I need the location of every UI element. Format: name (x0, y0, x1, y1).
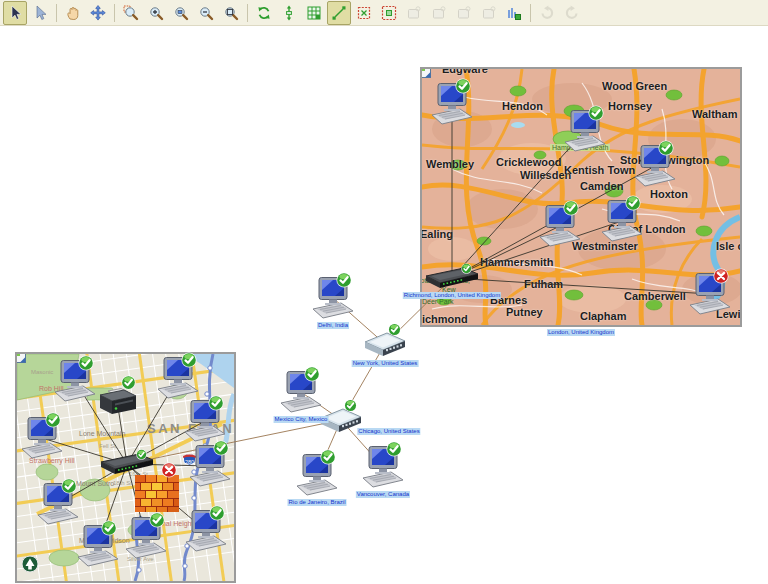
zoom-fit-tool[interactable] (219, 1, 243, 25)
select-tool[interactable] (3, 1, 27, 25)
page-action-1 (402, 1, 426, 25)
page-action-2 (427, 1, 451, 25)
map-place-label: Deer Park (422, 298, 454, 305)
layout-tree-tool[interactable] (277, 1, 301, 25)
computer-node[interactable] (599, 200, 645, 242)
zoom-area-tool[interactable] (119, 1, 143, 25)
toolbar-separator (247, 4, 248, 22)
computer-node[interactable] (310, 277, 356, 319)
redo-button (560, 1, 584, 25)
status-ok-icon (181, 352, 197, 368)
computer-node[interactable] (187, 445, 233, 487)
cursor-icon (7, 5, 23, 21)
computer-node[interactable] (52, 360, 98, 402)
areaout-icon (356, 5, 372, 21)
status-ok-icon (208, 395, 224, 411)
map-place-label: Waltham (692, 109, 737, 120)
map-place-label: Hammersmith (480, 257, 553, 268)
status-ok-icon (304, 366, 320, 382)
tree-icon (281, 5, 297, 21)
status-ok-icon (136, 449, 147, 460)
zoomwin-icon (173, 5, 189, 21)
expand-area-tool[interactable] (352, 1, 376, 25)
node-label: Vancouver, Canada (356, 491, 410, 498)
computer-node[interactable] (687, 273, 733, 315)
move-icon (90, 5, 106, 21)
computer-node[interactable] (123, 517, 169, 559)
computer-node[interactable] (182, 400, 228, 442)
status-error-icon (161, 462, 177, 478)
map-place-label: Camden (580, 181, 623, 192)
shrink-area-tool[interactable] (377, 1, 401, 25)
cursor2-icon (32, 5, 48, 21)
pan-tool[interactable] (61, 1, 85, 25)
node-label: Richmond, London, United Kingdom (403, 292, 501, 299)
map-place-label: Hendon (502, 101, 543, 112)
map-place-label: Richmond (420, 314, 468, 325)
page-icon (456, 5, 472, 21)
hand-icon (65, 5, 81, 21)
status-ok-icon (213, 440, 229, 456)
undo-button (535, 1, 559, 25)
zoomin-icon (148, 5, 164, 21)
computer-node[interactable] (75, 525, 121, 567)
switch-node[interactable] (425, 267, 479, 289)
status-ok-icon (149, 512, 165, 528)
link-tool[interactable] (327, 1, 351, 25)
router-node[interactable] (362, 331, 408, 357)
computer-node[interactable] (294, 454, 340, 496)
computer-node[interactable] (183, 510, 229, 552)
move-tool[interactable] (86, 1, 110, 25)
computer-node[interactable] (632, 145, 678, 187)
multi-select-tool[interactable] (28, 1, 52, 25)
page-icon (481, 5, 497, 21)
map-place-label: Hornsey (608, 101, 652, 112)
computer-node[interactable] (360, 446, 406, 488)
map-node-icon[interactable] (15, 352, 27, 364)
map-place-label: Fell St (99, 443, 116, 449)
map-node-icon[interactable] (420, 67, 432, 79)
status-ok-icon (101, 520, 117, 536)
firewall-node[interactable] (134, 473, 180, 513)
zoom-window-tool[interactable] (169, 1, 193, 25)
printer-node[interactable] (95, 384, 139, 418)
map-place-label: Ealing (420, 229, 453, 240)
map-caption-label[interactable]: London, United Kingdom (547, 329, 615, 336)
zoom-in-tool[interactable] (144, 1, 168, 25)
computer-node[interactable] (155, 357, 201, 399)
undo-icon (539, 5, 555, 21)
map-place-label: Isle of Dogs (716, 241, 742, 252)
status-ok-icon (344, 399, 357, 412)
map-place-label: Cricklewood (496, 157, 561, 168)
refresh-icon (256, 5, 272, 21)
computer-node[interactable] (429, 83, 475, 125)
firewall-icon (134, 473, 180, 513)
relayout-tool[interactable] (252, 1, 276, 25)
status-ok-icon (61, 478, 77, 494)
map-canvas[interactable]: EdgwareHendonWood GreenHornseyWalthamWem… (0, 26, 768, 584)
grid-icon (306, 5, 322, 21)
map-place-label: Hoxton (650, 189, 688, 200)
node-label: Delhi, India (317, 322, 349, 329)
status-error-icon (713, 268, 729, 284)
map-place-label: Edgware (442, 67, 488, 75)
page-action-4 (477, 1, 501, 25)
toolbar-separator (56, 4, 57, 22)
toolbar-separator (530, 4, 531, 22)
zoom-out-tool[interactable] (194, 1, 218, 25)
status-ok-icon (45, 412, 61, 428)
computer-node[interactable] (19, 417, 65, 459)
computer-node[interactable] (35, 483, 81, 525)
computer-node[interactable] (537, 205, 583, 247)
switch-node[interactable] (100, 453, 154, 475)
computer-node[interactable] (562, 110, 608, 152)
status-ok-icon (386, 441, 402, 457)
toolbar (0, 0, 768, 26)
find-icon (506, 5, 522, 21)
map-place-label: Kentish Town (564, 165, 635, 176)
layout-grid-tool[interactable] (302, 1, 326, 25)
map-place-label: Putney (506, 307, 543, 318)
find-in-map-tool[interactable] (502, 1, 526, 25)
map-place-label: Wood Green (602, 81, 667, 92)
zoomfit-icon (223, 5, 239, 21)
